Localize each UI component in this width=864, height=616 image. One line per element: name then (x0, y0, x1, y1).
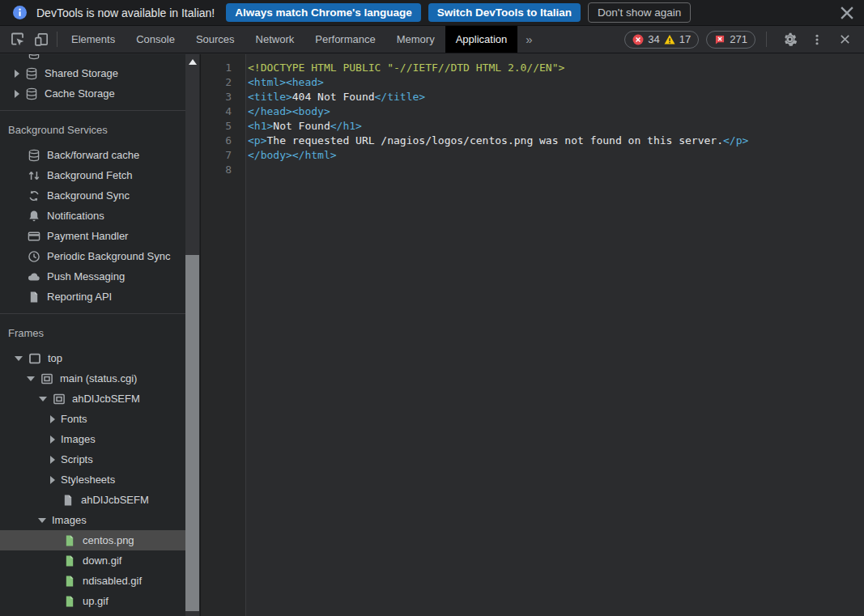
gear-icon (782, 32, 798, 47)
tree-item-fonts[interactable]: Fonts (0, 409, 186, 429)
doc-green-icon (63, 534, 76, 547)
tree-item-frame-ahdijcbsefm[interactable]: ahDIJcbSEFM (0, 389, 186, 409)
tab-memory[interactable]: Memory (386, 26, 445, 53)
devtools-content: Shared StorageCache StorageBackground Se… (0, 54, 864, 616)
issues-badge[interactable]: 271 (706, 31, 755, 49)
notification-close-icon[interactable] (838, 4, 856, 22)
iframe-icon (40, 372, 53, 385)
close-icon (839, 33, 851, 45)
error-icon (632, 34, 644, 45)
tree-item-clipped[interactable] (0, 54, 186, 63)
settings-button[interactable] (777, 32, 802, 47)
tree-item-notifications[interactable]: Notifications (0, 206, 186, 226)
sidebar-scrollbar[interactable] (185, 54, 199, 616)
database-icon (25, 67, 38, 80)
tree-item-shared-storage[interactable]: Shared Storage (0, 63, 186, 83)
tree-collapsed-arrow-icon[interactable] (50, 476, 55, 484)
tree-item-label: Back/forward cache (47, 149, 139, 161)
tree-expanded-arrow-icon[interactable] (39, 397, 47, 401)
tree-item-stylesheets[interactable]: Stylesheets (0, 469, 186, 490)
iframe-icon (53, 393, 66, 406)
toolbar-divider (57, 32, 57, 47)
tree-expanded-arrow-icon[interactable] (15, 356, 23, 361)
always-match-language-button[interactable]: Always match Chrome's language (226, 3, 421, 22)
doc-icon (28, 291, 40, 304)
tree-item-label: Payment Handler (47, 230, 128, 242)
tree-item-payment-handler[interactable]: Payment Handler (0, 226, 186, 246)
code-line-content: </head><body> (239, 104, 330, 119)
tab-strip: ElementsConsoleSourcesNetworkPerformance… (61, 26, 517, 53)
chevron-double-right-icon: » (526, 32, 532, 46)
tree-item-label: ndisabled.gif (83, 575, 142, 587)
scrollbar-thumb[interactable] (185, 255, 199, 611)
tree-item-scripts[interactable]: Scripts (0, 449, 186, 469)
switch-devtools-italian-button[interactable]: Switch DevTools to Italian (428, 3, 581, 22)
inspect-element-button[interactable] (5, 26, 29, 53)
tree-collapsed-arrow-icon[interactable] (15, 70, 19, 78)
tree-expanded-arrow-icon[interactable] (27, 376, 35, 381)
tree-item-background-fetch[interactable]: Background Fetch (0, 165, 186, 185)
line-number: 6 (201, 134, 239, 148)
database-icon (28, 149, 40, 162)
code-line: 2<html><head> (201, 75, 864, 90)
tree-expanded-arrow-icon[interactable] (38, 518, 46, 523)
tree-collapsed-arrow-icon[interactable] (15, 90, 19, 98)
tree-item-doc-ahdijcbsefm[interactable]: ahDIJcbSEFM (0, 490, 186, 510)
scrollbar-up-arrow-icon[interactable] (189, 59, 197, 65)
tree-item-background-sync[interactable]: Background Sync (0, 185, 186, 206)
warning-count: 17 (679, 33, 691, 45)
tab-performance[interactable]: Performance (304, 26, 385, 53)
error-count: 34 (648, 33, 659, 45)
tab-console[interactable]: Console (126, 26, 185, 53)
tree-item-frame-main[interactable]: main (status.cgi) (0, 368, 186, 389)
tree-item-push-messaging[interactable]: Push Messaging (0, 266, 186, 287)
tree-item-ndisabled-gif[interactable]: ndisabled.gif (0, 571, 186, 591)
doc-green-icon (63, 575, 76, 588)
tab-elements[interactable]: Elements (61, 26, 126, 53)
tree-item-images-expanded[interactable]: Images (0, 510, 186, 530)
clock-icon (28, 250, 40, 263)
tree-item-label: up.gif (83, 595, 109, 607)
tree-item-centos-png[interactable]: centos.png (0, 530, 186, 550)
kebab-menu-icon (811, 33, 824, 46)
code-line-content: </body></html> (239, 148, 337, 163)
tree-item-back-forward-cache[interactable]: Back/forward cache (0, 145, 186, 165)
tree-item-label: Shared Storage (45, 67, 118, 79)
database-icon (25, 87, 38, 100)
tree-item-label: Cache Storage (45, 87, 115, 100)
tree-collapsed-arrow-icon[interactable] (50, 435, 55, 444)
tree-collapsed-arrow-icon[interactable] (50, 456, 55, 464)
tree-item-reporting-api[interactable]: Reporting API (0, 287, 186, 307)
sidebar-tree: Shared StorageCache StorageBackground Se… (0, 54, 186, 611)
section-background-services: Background Services (0, 120, 186, 140)
doc-icon (62, 494, 74, 507)
notification-message: DevTools is now available in Italian! (36, 6, 215, 19)
tree-item-periodic-background-sync[interactable]: Periodic Background Sync (0, 246, 186, 266)
close-devtools-button[interactable] (832, 33, 857, 45)
dont-show-again-button[interactable]: Don't show again (588, 2, 691, 23)
code-line-content: <!DOCTYPE HTML PUBLIC "-//IETF//DTD HTML… (239, 61, 564, 75)
sync-icon (28, 189, 40, 202)
tab-application[interactable]: Application (445, 26, 518, 53)
line-number: 2 (201, 75, 239, 90)
tree-item-frame-top[interactable]: top (0, 348, 186, 368)
more-tabs-button[interactable]: » (517, 26, 540, 53)
tab-network[interactable]: Network (245, 26, 305, 53)
tree-item-up-gif[interactable]: up.gif (0, 591, 186, 611)
tree-item-down-gif[interactable]: down.gif (0, 550, 186, 571)
code-line-content (239, 163, 248, 177)
notification-bar: DevTools is now available in Italian! Al… (0, 0, 864, 26)
tab-sources[interactable]: Sources (185, 26, 245, 53)
issues-count: 271 (730, 33, 747, 45)
tree-item-images[interactable]: Images (0, 429, 186, 449)
code-line-content: <p>The requested URL /nagios/logos/cento… (239, 134, 748, 148)
tree-item-label: ahDIJcbSEFM (72, 393, 140, 405)
tree-collapsed-arrow-icon[interactable] (50, 415, 55, 423)
console-status-badge[interactable]: 34 17 (624, 31, 699, 49)
devtools-toolbar: ElementsConsoleSourcesNetworkPerformance… (0, 26, 864, 53)
menu-button[interactable] (809, 33, 825, 46)
doc-green-icon (63, 595, 76, 608)
code-viewer[interactable]: 1<!DOCTYPE HTML PUBLIC "-//IETF//DTD HTM… (201, 54, 864, 616)
device-toolbar-button[interactable] (29, 26, 53, 53)
tree-item-cache-storage[interactable]: Cache Storage (0, 83, 186, 104)
